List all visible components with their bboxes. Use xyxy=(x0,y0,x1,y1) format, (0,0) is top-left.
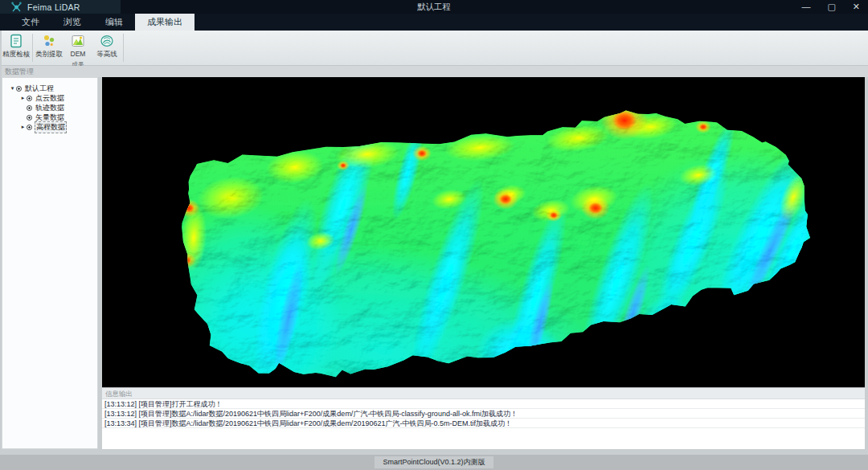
window-right-border xyxy=(865,77,868,449)
log-entry: [13:13:12] [项目管理]打开工程成功！ xyxy=(102,399,865,409)
expander-icon[interactable]: ▸ xyxy=(19,124,27,130)
data-manager-panel: ▾ 默认工程 ▸ 点云数据 轨迹数据 矢量数据 ▸ 高程数据 xyxy=(2,77,98,449)
class-extract-button[interactable]: 类别提取 xyxy=(35,31,63,59)
menu-edit[interactable]: 编辑 xyxy=(93,14,135,31)
menu-bar: 文件 浏览 编辑 成果输出 xyxy=(0,14,868,31)
version-label: SmartPointCloud(V0.1.2)内测版 xyxy=(375,456,493,468)
window-left-border xyxy=(0,31,2,449)
app-tab: Feima LiDAR xyxy=(0,0,121,14)
menu-browse[interactable]: 浏览 xyxy=(51,14,93,31)
menu-file[interactable]: 文件 xyxy=(10,14,51,31)
dem-terrain-render xyxy=(102,77,865,387)
terrain-3d-viewport[interactable] xyxy=(102,77,865,387)
node-bullet-icon xyxy=(27,105,32,111)
maximize-button[interactable]: ▢ xyxy=(827,0,835,14)
report-check-icon xyxy=(8,33,24,49)
project-tree: ▾ 默认工程 ▸ 点云数据 轨迹数据 矢量数据 ▸ 高程数据 xyxy=(2,78,97,132)
menu-result-output[interactable]: 成果输出 xyxy=(135,14,194,31)
classify-extract-icon xyxy=(41,33,57,49)
ribbon-toolbar: 精度检核 类别提取 xyxy=(0,31,868,66)
dem-icon xyxy=(70,33,86,49)
tree-item-elevation-data[interactable]: ▸ 高程数据 xyxy=(2,122,97,132)
app-title: Feima LiDAR xyxy=(27,2,80,12)
accuracy-check-button[interactable]: 精度检核 xyxy=(2,31,31,59)
tree-item-trajectory-data[interactable]: 轨迹数据 xyxy=(2,103,97,112)
tree-item-default-project[interactable]: ▾ 默认工程 xyxy=(2,84,97,93)
status-bar: SmartPointCloud(V0.1.2)内测版 xyxy=(0,455,868,470)
tree-item-pointcloud-data[interactable]: ▸ 点云数据 xyxy=(2,93,97,103)
title-bar: Feima LiDAR 默认工程 — ▢ ✕ xyxy=(0,0,868,14)
close-button[interactable]: ✕ xyxy=(853,0,860,14)
app-logo-drone-icon xyxy=(11,2,22,12)
message-output-panel[interactable]: 信息输出 [13:13:12] [项目管理]打开工程成功！ [13:13:12]… xyxy=(102,387,865,449)
node-bullet-icon xyxy=(27,125,32,130)
contour-lines-icon xyxy=(99,33,115,49)
ribbon-group-results: 类别提取 DEM xyxy=(35,31,121,65)
expander-icon[interactable]: ▸ xyxy=(19,95,27,101)
ribbon-divider xyxy=(32,34,33,62)
data-manager-header: 数据管理 xyxy=(5,66,34,77)
log-entry: [13:13:34] [项目管理]数据A:/lidar数据/20190621中铁… xyxy=(102,419,865,428)
dem-button[interactable]: DEM xyxy=(63,31,92,59)
window-title: 默认工程 xyxy=(0,0,868,14)
log-header: 信息输出 xyxy=(102,388,865,399)
node-bullet-icon xyxy=(16,86,22,92)
node-bullet-icon xyxy=(27,115,32,121)
expander-icon[interactable]: ▾ xyxy=(9,85,16,92)
contour-button[interactable]: 等高线 xyxy=(92,31,121,59)
ribbon-divider xyxy=(123,34,124,62)
log-entry: [13:13:12] [项目管理]数据A:/lidar数据/20190621中铁… xyxy=(102,409,865,419)
minimize-button[interactable]: — xyxy=(801,0,810,14)
node-bullet-icon xyxy=(27,96,32,101)
horizontal-splitter[interactable] xyxy=(0,449,868,455)
panel-header-strip: 数据管理 xyxy=(0,66,868,77)
